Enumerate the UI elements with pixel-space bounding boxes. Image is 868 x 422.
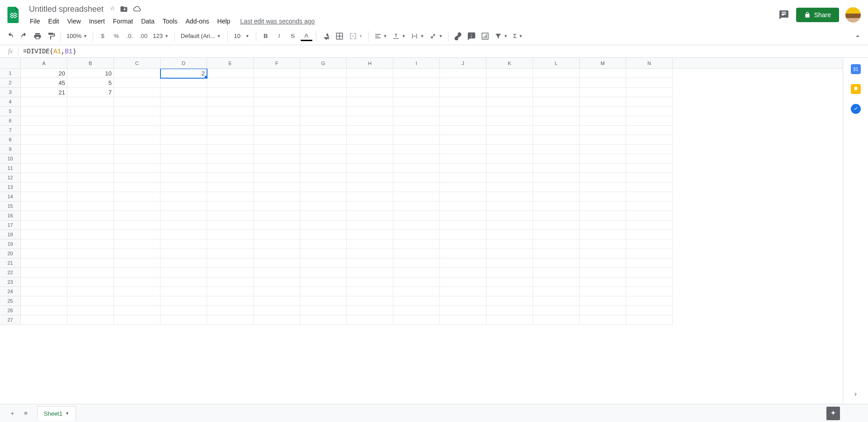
cell-L26[interactable]: [533, 306, 580, 315]
cell-N18[interactable]: [626, 230, 673, 239]
row-header-18[interactable]: 18: [0, 230, 21, 239]
cell-F20[interactable]: [254, 249, 300, 258]
cell-N17[interactable]: [626, 220, 673, 230]
cell-G7[interactable]: [300, 126, 347, 135]
cell-M9[interactable]: [580, 145, 626, 154]
cell-L15[interactable]: [533, 202, 580, 211]
cell-H23[interactable]: [347, 277, 393, 287]
cell-E6[interactable]: [207, 116, 254, 126]
cell-C21[interactable]: [114, 258, 160, 268]
cell-I3[interactable]: [393, 88, 440, 97]
row-header-12[interactable]: 12: [0, 173, 21, 183]
cell-F16[interactable]: [254, 211, 300, 220]
cell-B5[interactable]: [67, 107, 114, 116]
cell-N13[interactable]: [626, 183, 673, 192]
column-header-G[interactable]: G: [300, 58, 347, 68]
cell-K8[interactable]: [486, 135, 533, 145]
cell-A7[interactable]: [21, 126, 67, 135]
cell-E2[interactable]: [207, 78, 254, 88]
cell-A17[interactable]: [21, 220, 67, 230]
cell-M16[interactable]: [580, 211, 626, 220]
move-icon[interactable]: [120, 5, 128, 13]
cell-G25[interactable]: [300, 296, 347, 306]
cell-A23[interactable]: [21, 277, 67, 287]
row-header-16[interactable]: 16: [0, 211, 21, 220]
cell-J20[interactable]: [440, 249, 486, 258]
cell-K22[interactable]: [486, 268, 533, 277]
cell-L12[interactable]: [533, 173, 580, 183]
cell-J7[interactable]: [440, 126, 486, 135]
cell-B22[interactable]: [67, 268, 114, 277]
cell-D6[interactable]: [160, 116, 207, 126]
cell-B14[interactable]: [67, 192, 114, 202]
cell-K10[interactable]: [486, 154, 533, 164]
bold-button[interactable]: B: [260, 30, 272, 42]
star-icon[interactable]: ☆: [110, 5, 115, 13]
cell-H3[interactable]: [347, 88, 393, 97]
column-header-E[interactable]: E: [207, 58, 254, 68]
zoom-select[interactable]: 100%▼: [65, 30, 89, 42]
cell-F5[interactable]: [254, 107, 300, 116]
cell-F11[interactable]: [254, 164, 300, 173]
cell-D15[interactable]: [160, 202, 207, 211]
cell-L7[interactable]: [533, 126, 580, 135]
cell-N2[interactable]: [626, 78, 673, 88]
cell-H17[interactable]: [347, 220, 393, 230]
cell-D11[interactable]: [160, 164, 207, 173]
cell-D16[interactable]: [160, 211, 207, 220]
cell-H16[interactable]: [347, 211, 393, 220]
cell-A5[interactable]: [21, 107, 67, 116]
cell-D8[interactable]: [160, 135, 207, 145]
cell-H9[interactable]: [347, 145, 393, 154]
cell-L6[interactable]: [533, 116, 580, 126]
cell-E26[interactable]: [207, 306, 254, 315]
cell-H13[interactable]: [347, 183, 393, 192]
keep-icon[interactable]: [851, 84, 861, 94]
cell-J21[interactable]: [440, 258, 486, 268]
cell-C11[interactable]: [114, 164, 160, 173]
cell-N25[interactable]: [626, 296, 673, 306]
column-header-D[interactable]: D: [160, 58, 207, 68]
cell-B15[interactable]: [67, 202, 114, 211]
row-header-22[interactable]: 22: [0, 268, 21, 277]
cell-A15[interactable]: [21, 202, 67, 211]
row-header-3[interactable]: 3: [0, 88, 21, 97]
cell-C15[interactable]: [114, 202, 160, 211]
cell-E13[interactable]: [207, 183, 254, 192]
cell-D20[interactable]: [160, 249, 207, 258]
cell-A4[interactable]: [21, 97, 67, 107]
cell-K26[interactable]: [486, 306, 533, 315]
cell-E1[interactable]: [207, 69, 254, 78]
cell-K1[interactable]: [486, 69, 533, 78]
decrease-decimal-button[interactable]: .0_: [124, 30, 136, 42]
cell-N12[interactable]: [626, 173, 673, 183]
cell-I9[interactable]: [393, 145, 440, 154]
fx-icon[interactable]: fx: [5, 48, 16, 55]
cell-B4[interactable]: [67, 97, 114, 107]
cell-D21[interactable]: [160, 258, 207, 268]
cell-J10[interactable]: [440, 154, 486, 164]
cell-G9[interactable]: [300, 145, 347, 154]
cell-N9[interactable]: [626, 145, 673, 154]
cell-M10[interactable]: [580, 154, 626, 164]
cell-H4[interactable]: [347, 97, 393, 107]
cell-B10[interactable]: [67, 154, 114, 164]
cell-D3[interactable]: [160, 88, 207, 97]
cell-C17[interactable]: [114, 220, 160, 230]
cell-J27[interactable]: [440, 315, 486, 325]
row-header-9[interactable]: 9: [0, 145, 21, 154]
cell-E18[interactable]: [207, 230, 254, 239]
column-header-B[interactable]: B: [67, 58, 114, 68]
cell-N26[interactable]: [626, 306, 673, 315]
cell-H19[interactable]: [347, 239, 393, 249]
cell-G15[interactable]: [300, 202, 347, 211]
cell-N8[interactable]: [626, 135, 673, 145]
cell-I26[interactable]: [393, 306, 440, 315]
cell-A19[interactable]: [21, 239, 67, 249]
cell-B25[interactable]: [67, 296, 114, 306]
cell-D2[interactable]: [160, 78, 207, 88]
cell-D24[interactable]: [160, 287, 207, 296]
cell-D7[interactable]: [160, 126, 207, 135]
cell-H6[interactable]: [347, 116, 393, 126]
cell-G8[interactable]: [300, 135, 347, 145]
